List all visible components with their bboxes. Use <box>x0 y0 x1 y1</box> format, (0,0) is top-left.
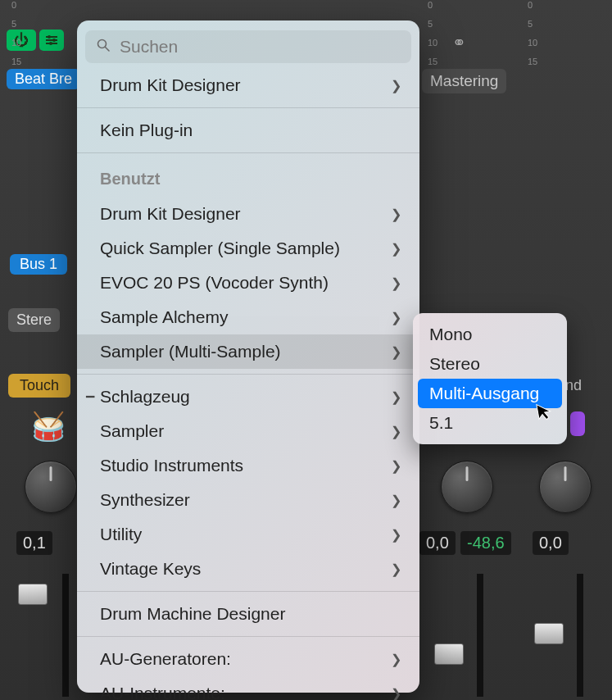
chevron-right-icon: ❯ <box>391 424 401 439</box>
collapse-dash-icon: − <box>85 387 95 407</box>
submenu-item-5-1[interactable]: 5.1 <box>418 408 562 438</box>
level-meter-1 <box>62 574 69 697</box>
chevron-right-icon: ❯ <box>391 310 401 325</box>
chevron-right-icon: ❯ <box>391 493 401 508</box>
menu-divider <box>77 591 419 592</box>
menu-item-category-3[interactable]: Synthesizer❯ <box>77 483 419 517</box>
chevron-right-icon: ❯ <box>391 458 401 474</box>
menu-item-label: Utility <box>100 525 142 544</box>
pan-knob-2[interactable] <box>441 461 493 513</box>
menu-item-label: Drum Machine Designer <box>100 604 285 624</box>
pan-value-1[interactable]: 0,1 <box>16 531 52 555</box>
menu-item-au-0[interactable]: AU-Generatoren:❯ <box>77 642 419 676</box>
fader-scale-1: 051015 <box>11 0 21 66</box>
menu-item-label: Sampler <box>100 421 164 441</box>
chevron-right-icon: ❯ <box>391 241 401 257</box>
svg-line-1 <box>106 47 110 51</box>
level-meter-2 <box>477 574 483 697</box>
stereo-link-icon[interactable]: ⚭ <box>452 33 466 52</box>
menu-item-used-4[interactable]: Sampler (Multi-Sample)❯ <box>77 334 419 369</box>
chevron-right-icon: ❯ <box>391 686 401 701</box>
fader-scale-3: 051015 <box>528 0 537 66</box>
send-bus-label[interactable]: Bus 1 <box>10 254 67 275</box>
menu-item-used-1[interactable]: Quick Sampler (Single Sample)❯ <box>77 231 419 266</box>
chevron-right-icon: ❯ <box>391 561 401 577</box>
chevron-right-icon: ❯ <box>391 78 401 93</box>
menu-item-au-1[interactable]: AU-Instrumente:❯ <box>77 676 419 700</box>
level-meter-3 <box>577 574 583 697</box>
menu-item-top-0[interactable]: Drum Kit Designer❯ <box>77 68 419 102</box>
submenu-item-multi-ausgang[interactable]: Multi-Ausgang <box>418 379 562 408</box>
pan-value-2[interactable]: 0,0 <box>419 531 456 555</box>
volume-fader-2[interactable] <box>434 643 464 665</box>
chevron-right-icon: ❯ <box>391 207 401 222</box>
menu-item-label: Drum Kit Designer <box>100 204 241 224</box>
menu-divider <box>77 636 419 637</box>
chevron-right-icon: ❯ <box>391 527 401 543</box>
pan-value-3[interactable]: 0,0 <box>533 531 569 555</box>
search-placeholder: Suchen <box>120 37 178 57</box>
partial-label-nd: nd <box>565 377 582 394</box>
instrument-plugin-menu: Suchen Drum Kit Designer❯Kein Plug-in Be… <box>77 20 419 693</box>
menu-item-label: Schlagzeug <box>100 387 190 407</box>
menu-item-label: Vintage Keys <box>100 559 201 579</box>
menu-item-category-1[interactable]: Sampler❯ <box>77 414 419 448</box>
instrument-slot-label[interactable]: Beat Bre <box>7 69 80 89</box>
pan-knob-1[interactable] <box>25 461 77 513</box>
menu-item-used-0[interactable]: Drum Kit Designer❯ <box>77 197 419 231</box>
submenu-item-mono[interactable]: Mono <box>418 320 562 349</box>
menu-item-label: Quick Sampler (Single Sample) <box>100 239 340 258</box>
output-mode-label[interactable]: Stere <box>8 308 60 332</box>
menu-item-label: EVOC 20 PS (Vocoder Synth) <box>100 273 329 293</box>
search-icon <box>97 39 110 56</box>
menu-item-used-3[interactable]: Sample Alchemy❯ <box>77 300 419 334</box>
menu-item-label: AU-Generatoren: <box>100 649 231 669</box>
menu-divider <box>77 107 419 108</box>
meter-value: -48,6 <box>460 531 511 555</box>
submenu-item-stereo[interactable]: Stereo <box>418 349 562 379</box>
menu-item-bottom-0[interactable]: Drum Machine Designer <box>77 597 419 631</box>
menu-divider <box>77 152 419 153</box>
mastering-slot-label[interactable]: Mastering <box>422 69 506 93</box>
volume-fader-1[interactable] <box>18 584 48 605</box>
chevron-right-icon: ❯ <box>391 344 401 360</box>
menu-item-label: Synthesizer <box>100 490 190 510</box>
menu-item-label: Sampler (Multi-Sample) <box>100 342 281 361</box>
region-badge <box>570 411 585 436</box>
pan-knob-3[interactable] <box>539 461 592 513</box>
drum-kit-icon: 🥁 <box>31 410 66 443</box>
chevron-right-icon: ❯ <box>391 389 401 405</box>
chevron-right-icon: ❯ <box>391 652 401 667</box>
volume-fader-3[interactable] <box>534 623 564 644</box>
menu-item-label: AU-Instrumente: <box>100 684 225 700</box>
plugin-search-field[interactable]: Suchen <box>85 30 411 63</box>
menu-item-category-5[interactable]: Vintage Keys❯ <box>77 552 419 586</box>
output-config-submenu: MonoStereoMulti-Ausgang5.1 <box>413 313 567 444</box>
menu-divider <box>77 374 419 375</box>
menu-item-label: Kein Plug-in <box>100 120 193 140</box>
menu-item-label: Drum Kit Designer <box>100 75 241 95</box>
chevron-right-icon: ❯ <box>391 275 401 291</box>
menu-item-category-4[interactable]: Utility❯ <box>77 517 419 552</box>
menu-item-label: Sample Alchemy <box>100 307 228 327</box>
fader-scale-2: 051015 <box>428 0 437 66</box>
menu-item-label: Studio Instruments <box>100 456 243 475</box>
menu-item-category-0[interactable]: −Schlagzeug❯ <box>77 380 419 414</box>
menu-item-used-2[interactable]: EVOC 20 PS (Vocoder Synth)❯ <box>77 266 419 300</box>
automation-mode-label[interactable]: Touch <box>8 374 70 398</box>
used-section-header: Benutzt <box>77 158 419 197</box>
menu-item-top-1[interactable]: Kein Plug-in <box>77 113 419 148</box>
settings-button[interactable] <box>39 30 64 51</box>
sliders-icon <box>46 36 57 44</box>
menu-item-category-2[interactable]: Studio Instruments❯ <box>77 448 419 483</box>
